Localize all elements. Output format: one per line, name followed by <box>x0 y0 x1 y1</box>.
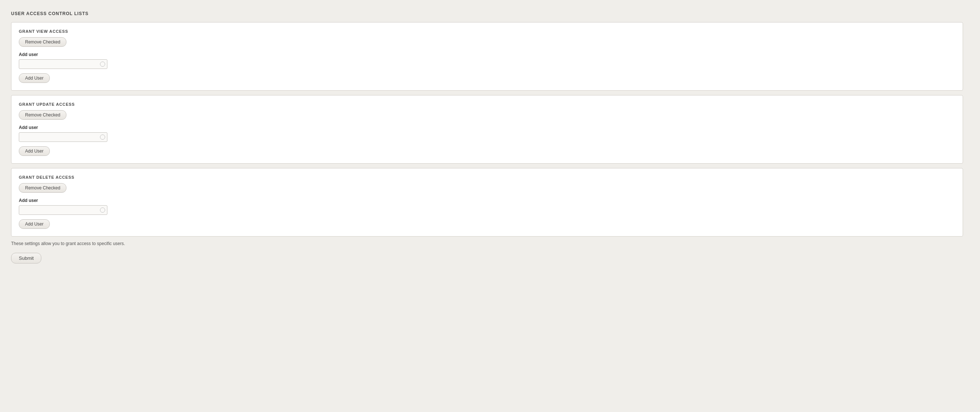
add-user-button-view[interactable]: Add User <box>19 73 50 83</box>
grant-update-section: GRANT UPDATE ACCESS Remove Checked Add u… <box>11 95 963 163</box>
remove-checked-button-delete[interactable]: Remove Checked <box>19 183 67 193</box>
add-user-input-delete[interactable] <box>19 205 107 215</box>
grant-view-section: GRANT VIEW ACCESS Remove Checked Add use… <box>11 22 963 91</box>
add-user-button-delete[interactable]: Add User <box>19 219 50 229</box>
page-title: USER ACCESS CONTROL LISTS <box>11 11 963 16</box>
add-user-button-update[interactable]: Add User <box>19 146 50 156</box>
add-user-input-update[interactable] <box>19 132 107 142</box>
remove-checked-button-view[interactable]: Remove Checked <box>19 37 67 47</box>
add-user-input-wrap-delete <box>19 205 107 215</box>
submit-button[interactable]: Submit <box>11 253 41 263</box>
add-user-label-update: Add user <box>19 125 955 130</box>
grant-delete-title: GRANT DELETE ACCESS <box>19 175 955 179</box>
add-user-label-delete: Add user <box>19 198 955 203</box>
grant-delete-section: GRANT DELETE ACCESS Remove Checked Add u… <box>11 168 963 236</box>
add-user-input-wrap-view <box>19 59 107 69</box>
grant-update-title: GRANT UPDATE ACCESS <box>19 102 955 106</box>
add-user-label-view: Add user <box>19 52 955 57</box>
page-container: USER ACCESS CONTROL LISTS GRANT VIEW ACC… <box>7 7 967 267</box>
remove-checked-button-update[interactable]: Remove Checked <box>19 110 67 120</box>
add-user-input-wrap-update <box>19 132 107 142</box>
add-user-input-view[interactable] <box>19 59 107 69</box>
footer-note: These settings allow you to grant access… <box>11 241 963 246</box>
grant-view-title: GRANT VIEW ACCESS <box>19 29 955 33</box>
